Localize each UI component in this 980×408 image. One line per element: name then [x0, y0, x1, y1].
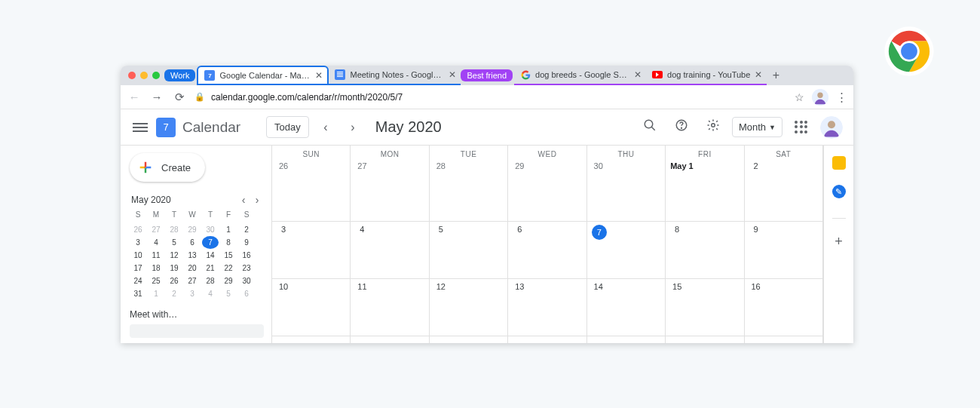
tasks-icon[interactable]: ✎ [832, 185, 846, 198]
mini-cal-day[interactable]: 21 [202, 262, 219, 275]
view-selector[interactable]: Month ▼ [732, 117, 782, 137]
mini-cal-day[interactable]: 4 [202, 287, 219, 300]
mini-cal-day[interactable]: 4 [148, 236, 164, 249]
grid-cell[interactable]: 16 [745, 279, 822, 336]
mini-cal-next-icon[interactable]: › [250, 194, 264, 206]
grid-cell[interactable]: 7 [587, 222, 665, 279]
mini-cal-day[interactable]: 30 [238, 275, 255, 287]
close-tab-icon[interactable]: ✕ [755, 70, 762, 79]
tab-dog-breeds[interactable]: dog breeds - Google Searc… ✕ [514, 66, 646, 85]
mini-cal-day[interactable]: 19 [166, 262, 182, 275]
today-button[interactable]: Today [266, 116, 309, 138]
meet-with-input[interactable] [130, 324, 264, 338]
grid-cell[interactable]: 9 [745, 222, 822, 279]
grid-cell[interactable]: 28 [430, 158, 507, 222]
mini-cal-day[interactable]: 7 [202, 236, 219, 249]
mini-cal-prev-icon[interactable]: ‹ [237, 194, 250, 206]
mini-cal-day[interactable]: 3 [184, 287, 201, 300]
grid-cell[interactable]: 5 [430, 222, 507, 279]
grid-cell[interactable]: 10 [272, 279, 350, 336]
add-addon-icon[interactable]: + [835, 234, 843, 250]
mini-cal-day[interactable]: 20 [184, 262, 201, 275]
mini-cal-day[interactable]: 17 [130, 262, 146, 275]
grid-cell[interactable]: 27 [351, 158, 428, 222]
tab-calendar[interactable]: 7 Google Calendar - May 20… ✕ [197, 66, 329, 85]
mini-cal-day[interactable]: 26 [166, 275, 182, 287]
mini-cal-day[interactable]: 22 [220, 262, 237, 275]
mini-cal-day[interactable]: 13 [184, 249, 201, 262]
grid-cell[interactable]: 6 [508, 222, 586, 279]
mini-cal-day[interactable]: 1 [148, 287, 164, 300]
grid-cell[interactable]: 12 [430, 279, 507, 336]
back-button[interactable]: ← [127, 90, 142, 103]
mini-cal-day[interactable]: 15 [220, 249, 237, 262]
profile-avatar-small[interactable] [812, 89, 828, 106]
mini-cal-day[interactable]: 8 [220, 236, 237, 249]
grid-cell[interactable]: 4 [351, 222, 428, 279]
grid-cell[interactable]: 3 [272, 222, 350, 279]
main-menu-icon[interactable] [131, 121, 149, 134]
mini-cal-day[interactable]: 18 [148, 262, 164, 275]
new-tab-button[interactable]: + [767, 69, 785, 82]
close-tab-icon[interactable]: ✕ [449, 70, 456, 79]
forward-button[interactable]: → [149, 90, 164, 103]
mini-cal-day[interactable]: 6 [184, 236, 201, 249]
help-icon[interactable] [669, 118, 694, 136]
mini-cal-day[interactable]: 14 [202, 249, 219, 262]
mini-cal-day[interactable]: 1 [220, 223, 237, 236]
reload-button[interactable]: ⟳ [172, 90, 187, 104]
bookmark-star-icon[interactable]: ☆ [795, 91, 804, 103]
mini-cal-day[interactable]: 5 [166, 236, 182, 249]
google-apps-icon[interactable] [789, 121, 814, 134]
mini-cal-day[interactable]: 2 [166, 287, 182, 300]
next-period-icon[interactable]: › [342, 121, 363, 134]
account-avatar[interactable] [820, 116, 843, 139]
grid-cell[interactable]: 2 [745, 158, 822, 222]
grid-cell[interactable]: 26 [272, 158, 350, 222]
close-tab-icon[interactable]: ✕ [315, 71, 323, 80]
chrome-menu-icon[interactable]: ⋮ [836, 90, 847, 104]
mini-cal-day[interactable]: 9 [238, 236, 255, 249]
grid-cell[interactable]: May 1 [666, 158, 743, 222]
mini-cal-day[interactable]: 3 [130, 236, 146, 249]
mini-cal-day[interactable]: 2 [238, 223, 255, 236]
maximize-window[interactable] [152, 72, 160, 79]
grid-cell[interactable]: 30 [587, 158, 665, 222]
mini-cal-day[interactable]: 12 [166, 249, 182, 262]
mini-cal-day[interactable]: 31 [130, 287, 146, 300]
mini-cal-day[interactable]: 28 [202, 275, 219, 287]
mini-cal-day[interactable]: 10 [130, 249, 146, 262]
tab-meeting-notes[interactable]: Meeting Notes - Google Do… ✕ [329, 66, 461, 85]
mini-cal-day[interactable]: 30 [202, 223, 219, 236]
minimize-window[interactable] [140, 72, 148, 79]
mini-cal-day[interactable]: 6 [238, 287, 255, 300]
mini-cal-day[interactable]: 27 [148, 223, 164, 236]
mini-cal-day[interactable]: 5 [220, 287, 237, 300]
create-button[interactable]: Create [130, 153, 205, 182]
grid-cell[interactable]: 29 [508, 158, 586, 222]
prev-period-icon[interactable]: ‹ [315, 121, 336, 134]
grid-cell[interactable]: 14 [587, 279, 665, 336]
mini-cal-day[interactable]: 29 [184, 223, 201, 236]
mini-cal-day[interactable]: 24 [130, 275, 146, 287]
grid-cell[interactable]: 8 [666, 222, 743, 279]
tab-group-best-friend[interactable]: Best friend [461, 69, 513, 81]
search-icon[interactable] [637, 118, 663, 136]
mini-cal-day[interactable]: 25 [148, 275, 164, 287]
grid-cell[interactable]: 15 [666, 279, 743, 336]
tab-dog-training[interactable]: dog training - YouTube ✕ [646, 66, 767, 85]
mini-cal-day[interactable]: 27 [184, 275, 201, 287]
close-window[interactable] [128, 72, 136, 79]
address-bar[interactable]: 🔒 calendar.google.com/calendar/r/month/2… [194, 92, 787, 103]
mini-cal-day[interactable]: 28 [166, 223, 182, 236]
grid-cell[interactable]: 13 [508, 279, 586, 336]
close-tab-icon[interactable]: ✕ [634, 70, 642, 79]
mini-cal-day[interactable]: 26 [130, 223, 146, 236]
mini-cal-day[interactable]: 23 [238, 262, 255, 275]
mini-cal-day[interactable]: 29 [220, 275, 237, 287]
grid-cell[interactable]: 11 [351, 279, 428, 336]
mini-cal-day[interactable]: 16 [238, 249, 255, 262]
mini-cal-day[interactable]: 11 [148, 249, 164, 262]
tab-group-work[interactable]: Work [164, 69, 195, 81]
settings-gear-icon[interactable] [700, 118, 726, 136]
